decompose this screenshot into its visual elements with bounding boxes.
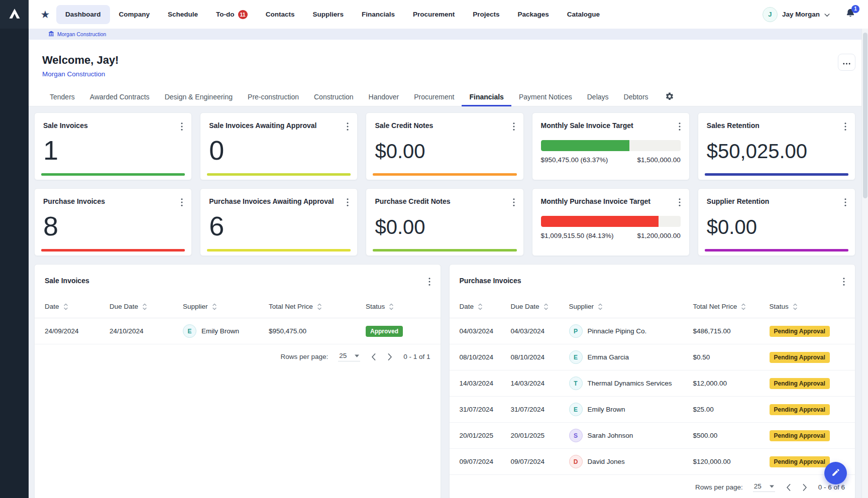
user-avatar: J [763, 7, 778, 22]
user-menu[interactable]: J Jay Morgan [763, 7, 830, 22]
table-menu-kebab-icon[interactable] [426, 277, 432, 288]
tab-debtors[interactable]: Debtors [616, 88, 656, 106]
tab-handover[interactable]: Handover [361, 88, 407, 106]
kpi-card-sale-invoices-awaiting: Sale Invoices Awaiting Approval 0 [200, 112, 358, 180]
tab-tenders[interactable]: Tenders [42, 88, 82, 106]
favorites-star-icon[interactable]: ★ [39, 9, 52, 21]
chevron-right-icon [803, 484, 807, 491]
tab-design-engineering[interactable]: Design & Engineering [157, 88, 240, 106]
nav-item-todo[interactable]: To-do11 [207, 5, 257, 24]
table-row[interactable]: 31/07/2024 31/07/2024 EEmily Brown $25.0… [450, 397, 855, 423]
card-menu-kebab-icon[interactable] [345, 197, 351, 209]
table-row[interactable]: 20/01/2025 20/01/2025 SSarah Johnson $50… [450, 423, 855, 449]
table-menu-kebab-icon[interactable] [841, 277, 847, 288]
more-options-button[interactable] [838, 54, 855, 71]
tab-procurement[interactable]: Procurement [406, 88, 462, 106]
kpi-card-purchase-invoices-awaiting: Purchase Invoices Awaiting Approval 6 [200, 188, 358, 256]
column-header-date[interactable]: Date [460, 303, 511, 310]
nav-item-catalogue[interactable]: Catalogue [558, 5, 609, 24]
edit-fab-button[interactable] [824, 462, 847, 484]
breadcrumb-company-link[interactable]: Morgan Construction [57, 31, 106, 37]
column-header-supplier[interactable]: Supplier [569, 303, 693, 310]
tab-delays[interactable]: Delays [580, 88, 616, 106]
table-row[interactable]: 24/09/2024 24/10/2024 EEmily Brown $950,… [35, 318, 441, 344]
sale-invoices-table-title: Sale Invoices [45, 277, 89, 285]
nav-item-company[interactable]: Company [110, 5, 159, 24]
tab-payment-notices[interactable]: Payment Notices [511, 88, 580, 106]
sort-icon [317, 303, 322, 310]
supplier-avatar: E [569, 403, 583, 416]
card-menu-kebab-icon[interactable] [179, 121, 185, 133]
kpi-card-sale-credit-notes: Sale Credit Notes $0.00 [366, 112, 523, 180]
purchase-table-pagination: Rows per page: 25 0 - 6 of 6 [450, 475, 855, 498]
sale-target-progress-track [541, 140, 681, 151]
previous-page-button[interactable] [785, 483, 792, 492]
chevron-left-icon [786, 484, 791, 491]
nav-item-contacts[interactable]: Contacts [257, 5, 304, 24]
sort-icon [142, 303, 147, 310]
column-header-due-date[interactable]: Due Date [110, 303, 183, 310]
next-page-button[interactable] [387, 352, 393, 361]
table-row[interactable]: 09/07/2024 09/07/2024 DDavid Jones $120,… [450, 449, 855, 475]
card-menu-kebab-icon[interactable] [842, 121, 848, 133]
card-menu-kebab-icon[interactable] [511, 197, 517, 209]
column-header-supplier[interactable]: Supplier [183, 303, 269, 310]
tab-pre-construction[interactable]: Pre-construction [240, 88, 306, 106]
scrollbar-thumb[interactable] [863, 33, 867, 198]
supplier-avatar: D [569, 455, 583, 468]
kpi-card-grid: Sale Invoices 1 Sale Invoices Awaiting A… [34, 112, 855, 256]
column-header-status[interactable]: Status [770, 303, 845, 310]
purchase-target-current: $1,009,515.50 (84.13%) [541, 232, 614, 239]
card-accent-bar [373, 249, 516, 252]
card-menu-kebab-icon[interactable] [677, 197, 683, 209]
brand-logo[interactable] [0, 0, 29, 29]
nav-item-packages[interactable]: Packages [509, 5, 558, 24]
column-header-total-net-price[interactable]: Total Net Price [693, 303, 770, 310]
rows-per-page-select[interactable]: 25 [338, 352, 360, 361]
table-row[interactable]: 04/03/2024 04/03/2024 PPinnacle Piping C… [450, 318, 855, 344]
card-menu-kebab-icon[interactable] [677, 121, 683, 133]
company-link[interactable]: Morgan Construction [42, 70, 105, 78]
notifications-button[interactable]: 1 [845, 8, 856, 21]
sale-target-goal: $1,500,000.00 [637, 156, 680, 164]
column-header-total-net-price[interactable]: Total Net Price [269, 303, 366, 310]
table-row[interactable]: 08/10/2024 08/10/2024 EEmma Garcia $0.50… [450, 344, 855, 370]
supplier-avatar: E [569, 350, 583, 364]
rows-per-page-select[interactable]: 25 [753, 482, 775, 492]
kpi-card-purchase-invoices: Purchase Invoices 8 [34, 188, 192, 256]
tab-financials[interactable]: Financials [462, 88, 511, 106]
table-row[interactable]: 14/03/2024 14/03/2024 TThermal Dynamics … [450, 370, 855, 397]
nav-item-projects[interactable]: Projects [464, 5, 508, 24]
card-menu-kebab-icon[interactable] [511, 121, 517, 133]
column-header-due-date[interactable]: Due Date [511, 303, 569, 310]
sort-icon [212, 303, 217, 310]
nav-item-schedule[interactable]: Schedule [159, 5, 207, 24]
nav-item-suppliers[interactable]: Suppliers [303, 5, 353, 24]
kpi-value: $0.00 [375, 140, 514, 162]
nav-item-financials[interactable]: Financials [353, 5, 404, 24]
status-badge: Pending Approval [770, 352, 830, 363]
nav-item-procurement[interactable]: Procurement [404, 5, 464, 24]
card-menu-kebab-icon[interactable] [179, 197, 185, 209]
status-badge: Approved [366, 326, 403, 337]
sale-table-pagination: Rows per page: 25 0 - 1 of 1 [35, 344, 441, 368]
sort-icon [389, 303, 394, 310]
tab-awarded-contracts[interactable]: Awarded Contracts [82, 88, 157, 106]
card-accent-bar [207, 249, 351, 252]
tab-construction[interactable]: Construction [306, 88, 361, 106]
card-menu-kebab-icon[interactable] [345, 121, 351, 133]
sort-icon [793, 303, 798, 310]
building-icon [48, 30, 54, 39]
column-header-date[interactable]: Date [45, 303, 110, 310]
column-header-status[interactable]: Status [366, 303, 430, 310]
tabs-settings-gear-icon[interactable] [665, 92, 674, 101]
card-accent-bar [705, 249, 848, 252]
next-page-button[interactable] [802, 483, 808, 492]
dashboard-content: Welcome, Jay! Morgan Construction Tender… [29, 40, 868, 498]
kpi-card-supplier-retention: Supplier Retention $0.00 [698, 188, 855, 256]
supplier-avatar: E [183, 324, 196, 338]
nav-item-dashboard[interactable]: Dashboard [56, 5, 110, 24]
card-menu-kebab-icon[interactable] [842, 197, 848, 209]
previous-page-button[interactable] [370, 352, 377, 361]
purchase-table-header-row: Date Due Date Supplier Total Net Price S… [450, 295, 855, 318]
